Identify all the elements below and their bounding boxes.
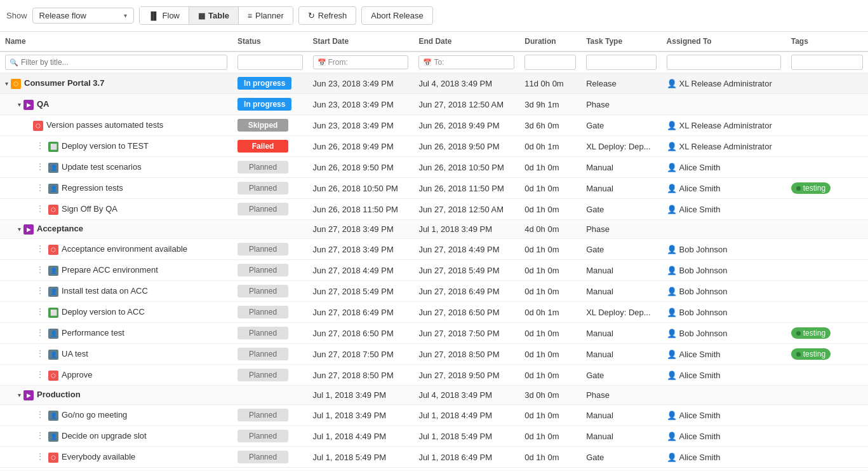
row-name-text: Deploy version to TEST <box>62 141 149 151</box>
status-filter-input[interactable] <box>237 55 302 70</box>
user-icon: 👤 <box>667 453 677 462</box>
abort-release-btn[interactable]: Abort Release <box>361 6 432 25</box>
name-filter-input[interactable] <box>5 55 227 70</box>
table-row: ⋮👤UA testPlannedJun 27, 2018 7:50 PMJun … <box>0 344 868 365</box>
assignee-name: Bob Johnson <box>679 329 728 338</box>
table-row: ⋮⬡Everybody availablePlannedJul 1, 2018 … <box>0 447 868 468</box>
row-name-text: Go/no go meeting <box>62 410 127 420</box>
assignee-name: XL Release Administrator <box>679 142 772 151</box>
filter-row: 🔍 📅 From: 📅 To: <box>0 51 868 73</box>
user-icon: 👤 <box>667 287 677 296</box>
dots-menu[interactable]: ⋮ <box>33 181 47 194</box>
user-icon: 👤 <box>667 350 677 359</box>
user-icon: 👤 <box>667 266 677 275</box>
user-icon: 👤 <box>667 245 677 254</box>
show-select[interactable]: Release flow ▾ <box>32 8 134 24</box>
planner-btn[interactable]: ≡ Planner <box>239 7 293 24</box>
table-row: ⋮⬡ApprovePlannedJun 27, 2018 8:50 PMJun … <box>0 365 868 386</box>
table-row: ▾▶QAIn progressJun 23, 2018 3:49 PMJun 2… <box>0 94 868 115</box>
assignee-name: Alice Smith <box>679 205 721 214</box>
dots-menu[interactable]: ⋮ <box>33 139 47 152</box>
view-btn-group: ▐▌ Flow ▦ Table ≡ Planner <box>139 6 293 25</box>
col-name: Name <box>0 32 232 51</box>
table-row: ⋮⬜Deploy version to PRODPlannedJul 1, 20… <box>0 468 868 471</box>
dots-menu[interactable]: ⋮ <box>33 450 47 463</box>
table-row: ⋮👤Decide on upgrade slotPlannedJul 1, 20… <box>0 426 868 447</box>
row-name-text: Version passes automated tests <box>46 120 163 130</box>
dots-menu[interactable]: ⋮ <box>33 242 47 255</box>
calendar-icon-to: 📅 <box>423 58 432 67</box>
tasktype-filter-input[interactable] <box>586 55 656 70</box>
expand-arrow[interactable]: ▾ <box>18 101 21 108</box>
col-status: Status <box>232 32 307 51</box>
planner-btn-label: Planner <box>255 11 284 20</box>
table-row: ▾▶AcceptanceJun 27, 2018 3:49 PMJul 1, 2… <box>0 220 868 239</box>
flow-btn[interactable]: ▐▌ Flow <box>140 7 189 24</box>
show-label: Show <box>6 11 27 20</box>
flow-icon: ▐▌ <box>149 11 159 20</box>
user-icon: 👤 <box>667 432 677 441</box>
assignee-name: Bob Johnson <box>679 308 728 317</box>
dots-menu[interactable]: ⋮ <box>33 326 47 339</box>
table-btn-label: Table <box>208 11 229 20</box>
table-row: ⋮⬡Sign Off By QAPlannedJun 26, 2018 11:5… <box>0 199 868 220</box>
end-date-filter[interactable]: 📅 To: <box>418 55 514 69</box>
refresh-btn[interactable]: ↻ Refresh <box>298 6 357 25</box>
assignee-name: Alice Smith <box>679 411 721 420</box>
table-row: ⋮⬜Deploy version to ACCPlannedJun 27, 20… <box>0 302 868 323</box>
table-row: ⋮👤Prepare ACC environmentPlannedJun 27, … <box>0 260 868 281</box>
flow-btn-label: Flow <box>163 11 180 20</box>
row-name-text: Sign Off By QA <box>62 204 117 214</box>
assignee-name: Bob Johnson <box>679 245 728 254</box>
dots-menu[interactable]: ⋮ <box>33 284 47 297</box>
dots-menu[interactable]: ⋮ <box>33 347 47 360</box>
row-name-text: Update test scenarios <box>62 162 142 172</box>
expand-arrow[interactable]: ▾ <box>5 80 8 87</box>
table-row: ⋮👤Install test data on ACCPlannedJun 27,… <box>0 281 868 302</box>
start-date-filter[interactable]: 📅 From: <box>313 55 409 69</box>
user-icon: 👤 <box>667 121 677 130</box>
toolbar: Show Release flow ▾ ▐▌ Flow ▦ Table ≡ Pl… <box>0 0 868 32</box>
assignee-name: Alice Smith <box>679 163 721 172</box>
show-value: Release flow <box>39 11 120 20</box>
calendar-icon: 📅 <box>317 58 326 67</box>
dots-menu[interactable]: ⋮ <box>33 305 47 318</box>
column-headers: Name Status Start Date End Date Duration… <box>0 32 868 51</box>
row-name-text: Production <box>37 390 81 399</box>
table-row: ▾⬡Consumer Portal 3.7In progressJun 23, … <box>0 73 868 94</box>
user-icon: 👤 <box>667 308 677 317</box>
dots-menu[interactable]: ⋮ <box>33 408 47 421</box>
table-row: ⬡Version passes automated testsSkippedJu… <box>0 115 868 136</box>
planner-icon: ≡ <box>248 11 252 20</box>
dots-menu[interactable]: ⋮ <box>33 263 47 276</box>
dots-menu[interactable]: ⋮ <box>33 368 47 381</box>
abort-btn-label: Abort Release <box>371 11 423 20</box>
user-icon: 👤 <box>667 205 677 214</box>
chevron-down-icon: ▾ <box>124 12 127 19</box>
user-icon: 👤 <box>667 79 677 88</box>
table-row: ⋮⬡Acceptance environment availablePlanne… <box>0 239 868 260</box>
row-name-text: Install test data on ACC <box>62 286 148 296</box>
tags-filter-input[interactable] <box>791 55 863 70</box>
refresh-btn-label: Refresh <box>318 11 347 20</box>
row-name-text: Performance test <box>62 328 124 338</box>
assigned-filter-input[interactable] <box>667 55 781 70</box>
release-table: Name Status Start Date End Date Duration… <box>0 32 868 470</box>
assignee-name: Alice Smith <box>679 184 721 193</box>
col-tags: Tags <box>786 32 868 51</box>
expand-arrow[interactable]: ▾ <box>18 226 21 233</box>
expand-arrow[interactable]: ▾ <box>18 392 21 399</box>
table-icon: ▦ <box>198 11 205 20</box>
dots-menu[interactable]: ⋮ <box>33 429 47 442</box>
duration-filter-input[interactable] <box>524 55 576 70</box>
row-name-text: Consumer Portal 3.7 <box>24 78 104 88</box>
user-icon: 👤 <box>667 163 677 172</box>
assignee-name: Bob Johnson <box>679 287 728 296</box>
dots-menu[interactable]: ⋮ <box>33 202 47 215</box>
col-duration: Duration <box>519 32 581 51</box>
table-btn[interactable]: ▦ Table <box>189 7 239 24</box>
dots-menu[interactable]: ⋮ <box>33 160 47 173</box>
user-icon: 👤 <box>667 142 677 151</box>
table-row: ▾▶ProductionJul 1, 2018 3:49 PMJul 4, 20… <box>0 386 868 405</box>
col-start-date: Start Date <box>308 32 414 51</box>
